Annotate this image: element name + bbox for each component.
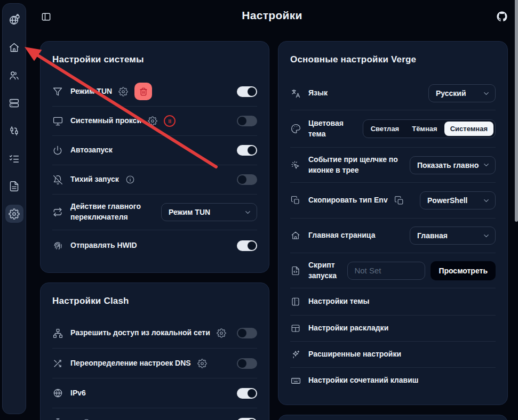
autostart-toggle[interactable]	[237, 145, 257, 156]
lan-icon	[52, 328, 63, 338]
setting-row-allow-lan: Разрешить доступ из локальной сети	[52, 318, 257, 348]
card-title: Основные настройки Verge	[290, 53, 496, 66]
startup-script-input[interactable]	[347, 262, 425, 280]
card-title: Настройки Clash	[52, 295, 257, 308]
setting-row-dns-overwrite: Переопределение настроек DNS	[52, 348, 257, 378]
setting-row-advanced-settings[interactable]: Расширенные настройки	[290, 341, 496, 367]
copy-icon	[290, 196, 301, 205]
env-type-select[interactable]: PowerShell	[420, 191, 496, 209]
verge-settings-card: Основные настройки Verge Язык Русский Цв…	[278, 41, 508, 405]
palette-icon	[290, 124, 301, 134]
bell-off-icon	[52, 175, 63, 185]
setting-row-language: Язык Русский	[290, 77, 496, 110]
github-icon[interactable]	[497, 11, 507, 22]
setting-label: Автозапуск	[70, 145, 113, 156]
cursor-click-icon	[290, 160, 301, 170]
theme-system-option[interactable]: Системная	[444, 122, 493, 136]
chevron-down-icon	[482, 90, 490, 98]
setting-label: Язык	[308, 88, 328, 99]
setting-row-main-switch-action: Действие главного переключателя Режим TU…	[52, 194, 257, 230]
silent-start-toggle[interactable]	[237, 174, 257, 185]
sidebar-item-rules[interactable]	[5, 149, 23, 167]
setting-label: Тихий запуск	[70, 174, 119, 185]
setting-row-autostart: Автозапуск	[52, 135, 257, 165]
main-switch-action-select[interactable]: Режим TUN	[161, 203, 257, 221]
timer-icon	[52, 418, 63, 420]
fingerprint-icon	[52, 240, 63, 251]
setting-label: Т	[70, 418, 75, 420]
sidebar-item-proxies[interactable]	[5, 66, 23, 84]
globe-icon	[52, 388, 63, 398]
sidebar-item-profiles[interactable]	[5, 94, 23, 112]
home-icon	[290, 231, 301, 240]
gear-icon[interactable]	[217, 328, 226, 338]
system-proxy-toggle[interactable]	[237, 116, 257, 126]
translate-icon	[290, 88, 301, 99]
setting-label: Расширенные настройки	[308, 349, 401, 360]
setting-row-layout-settings[interactable]: Настройки раскладки	[290, 315, 496, 341]
info-icon[interactable]	[125, 175, 135, 184]
setting-label: Цветовая тема	[308, 118, 363, 139]
gear-icon[interactable]	[148, 116, 157, 126]
trash-icon	[139, 87, 148, 96]
reset-tun-button[interactable]	[134, 83, 152, 100]
theme-light-option[interactable]: Светлая	[365, 122, 405, 136]
tun-mode-toggle[interactable]	[237, 86, 257, 97]
theme-mode-segmented: Светлая Тёмная Системная	[363, 119, 496, 138]
setting-label: Действие главного переключателя	[70, 201, 152, 222]
scrollbar-thumb[interactable]	[515, 0, 518, 222]
setting-row-tun-mode: Режим TUN	[52, 77, 257, 106]
setting-row-tray-click-event: Событие при щелчке по иконке в трее Пока…	[290, 147, 496, 182]
tray-click-event-select[interactable]: Показать главное	[410, 156, 496, 174]
setting-label: Настройки раскладки	[308, 323, 388, 334]
gear-icon[interactable]	[197, 359, 207, 368]
pause-icon[interactable]	[164, 115, 176, 127]
theme-icon	[290, 297, 301, 306]
setting-row-silent-start: Тихий запуск	[52, 165, 257, 194]
setting-label: IPv6	[70, 388, 86, 399]
card-title: Настройки системы	[52, 53, 257, 66]
sidebar-item-logs[interactable]	[5, 177, 23, 195]
setting-row-theme-mode: Цветовая тема Светлая Тёмная Системная	[290, 110, 496, 147]
sparkles-icon	[290, 350, 301, 359]
sidebar	[2, 3, 26, 414]
setting-label: Скрипт запуска	[308, 260, 347, 281]
system-settings-card: Настройки системы Режим TUN Системный пр…	[40, 41, 269, 273]
next-card-partial	[278, 415, 508, 420]
setting-row-startup-script: Скрипт запуска Просмотреть	[290, 253, 496, 288]
chevron-down-icon	[244, 208, 252, 216]
setting-label: Переопределение настроек DNS	[70, 358, 191, 369]
start-page-select[interactable]: Главная	[410, 227, 496, 245]
theme-dark-option[interactable]: Тёмная	[406, 122, 443, 136]
clash-settings-card: Настройки Clash Разрешить доступ из лока…	[40, 282, 269, 420]
dns-overwrite-toggle[interactable]	[237, 358, 257, 369]
setting-row-start-page: Главная страница Главная	[290, 218, 496, 253]
monitor-icon	[52, 116, 63, 126]
sidebar-item-connections[interactable]	[5, 122, 23, 140]
setting-label: Системный прокси	[70, 116, 141, 126]
funnel-icon	[52, 87, 63, 96]
setting-label: Настройки сочетаний клавиш	[308, 375, 418, 386]
browse-script-button[interactable]: Просмотреть	[431, 261, 496, 280]
sidebar-item-settings[interactable]	[5, 205, 23, 223]
ipv6-toggle[interactable]	[237, 388, 257, 399]
layout-icon	[290, 324, 301, 333]
gear-icon[interactable]	[118, 87, 128, 96]
header: Настройки	[26, 0, 518, 34]
setting-label: Скопировать тип Env	[308, 195, 388, 206]
cutoff-toggle[interactable]	[237, 418, 257, 420]
setting-label: Разрешить доступ из локальной сети	[70, 328, 210, 338]
setting-row-theme-settings[interactable]: Настройки темы	[290, 288, 496, 315]
sidebar-item-home[interactable]	[5, 38, 23, 56]
allow-lan-toggle[interactable]	[237, 328, 257, 338]
setting-row-hotkey-settings[interactable]: Настройки сочетаний клавиш	[290, 367, 496, 393]
power-icon	[52, 146, 63, 155]
chevron-down-icon	[482, 161, 490, 169]
setting-row-cutoff: Т	[52, 408, 257, 420]
setting-label: Главная страница	[308, 230, 375, 241]
send-hwid-toggle[interactable]	[237, 240, 257, 251]
language-select[interactable]: Русский	[428, 84, 496, 102]
repeat-icon	[52, 207, 63, 217]
info-icon[interactable]	[82, 418, 91, 420]
copy-icon[interactable]	[394, 196, 404, 206]
